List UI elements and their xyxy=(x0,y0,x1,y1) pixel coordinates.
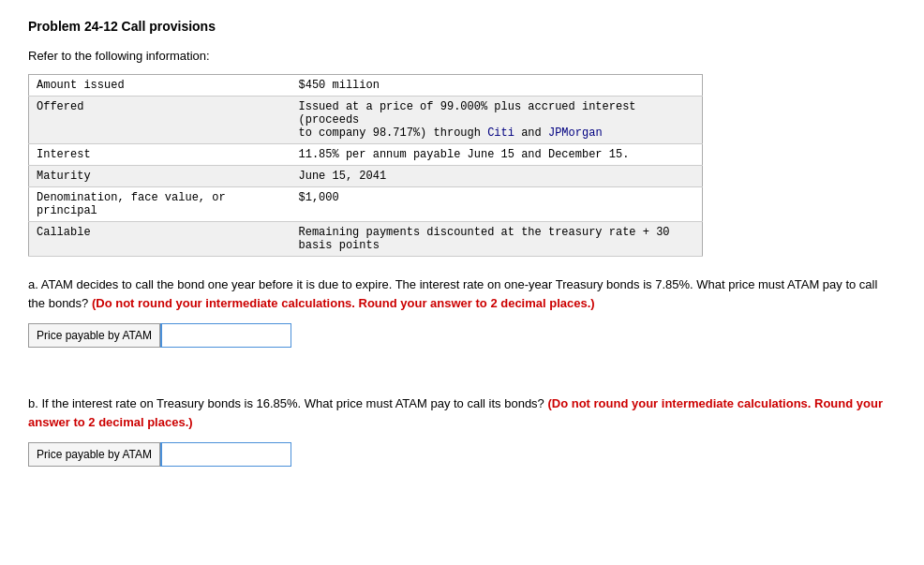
problem-title: Problem 24-12 Call provisions xyxy=(28,19,896,34)
section-b-input[interactable] xyxy=(160,442,291,467)
section-b-question-normal: b. If the interest rate on Treasury bond… xyxy=(28,396,547,410)
table-row-amount: Amount issued $450 million xyxy=(29,75,703,97)
section-a-input[interactable] xyxy=(160,323,291,348)
table-label-interest: Interest xyxy=(29,144,291,166)
table-label-denomination: Denomination, face value, or principal xyxy=(29,187,291,222)
table-value-callable: Remaining payments discounted at the tre… xyxy=(291,222,703,257)
table-value-amount: $450 million xyxy=(291,75,703,97)
section-b-answer-row: Price payable by ATAM xyxy=(28,442,896,467)
table-value-interest: 11.85% per annum payable June 15 and Dec… xyxy=(291,144,703,166)
section-b-question: b. If the interest rate on Treasury bond… xyxy=(28,394,896,431)
section-a-question: a. ATAM decides to call the bond one yea… xyxy=(28,275,896,312)
info-table: Amount issued $450 million Offered Issue… xyxy=(28,74,703,257)
section-a: a. ATAM decides to call the bond one yea… xyxy=(28,275,896,348)
table-label-maturity: Maturity xyxy=(29,166,291,187)
table-value-denomination: $1,000 xyxy=(291,187,703,222)
table-row-offered: Offered Issued at a price of 99.000% plu… xyxy=(29,97,703,144)
section-a-answer-row: Price payable by ATAM xyxy=(28,323,896,348)
table-row-denomination: Denomination, face value, or principal $… xyxy=(29,187,703,222)
table-value-offered: Issued at a price of 99.000% plus accrue… xyxy=(291,97,703,144)
table-value-maturity: June 15, 2041 xyxy=(291,166,703,187)
section-a-label: Price payable by ATAM xyxy=(28,323,160,348)
table-label-amount: Amount issued xyxy=(29,75,291,97)
table-label-offered: Offered xyxy=(29,97,291,144)
table-row-interest: Interest 11.85% per annum payable June 1… xyxy=(29,144,703,166)
table-label-callable: Callable xyxy=(29,222,291,257)
refer-text: Refer to the following information: xyxy=(28,49,896,63)
table-row-callable: Callable Remaining payments discounted a… xyxy=(29,222,703,257)
table-row-maturity: Maturity June 15, 2041 xyxy=(29,166,703,187)
section-b: b. If the interest rate on Treasury bond… xyxy=(28,394,896,467)
section-a-question-bold: (Do not round your intermediate calculat… xyxy=(92,296,595,310)
section-b-label: Price payable by ATAM xyxy=(28,442,160,467)
